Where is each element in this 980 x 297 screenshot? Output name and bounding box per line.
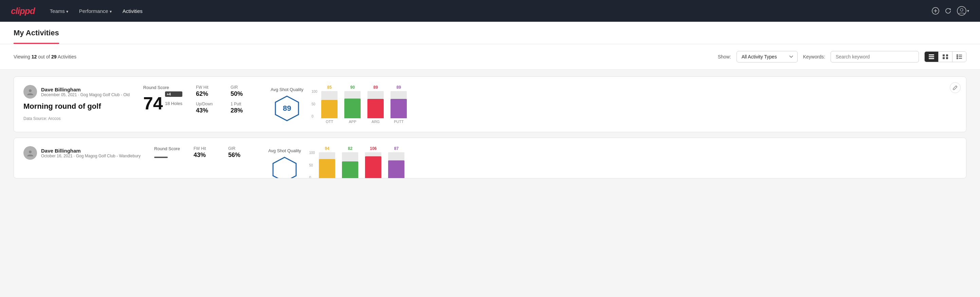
bar-bg-ott	[321, 91, 337, 118]
bar-bg-arg	[368, 91, 384, 118]
refresh-button[interactable]	[945, 8, 951, 14]
bar-bg-app	[344, 91, 361, 118]
shot-quality-section-2: Avg Shot Quality 100 50 0	[268, 146, 956, 179]
bar-bg-putt	[390, 91, 407, 118]
brand-logo: clippd	[11, 6, 35, 16]
activities-list: Dave Billingham December 05, 2021 · Gog …	[0, 70, 980, 185]
nav-activities[interactable]: Activities	[119, 5, 147, 17]
bar-groups-2: 94 OTT 82 APP	[316, 146, 407, 179]
stat-grid: FW Hit 62% GIR 50% Up/Down 43% 1 Putt 28…	[196, 85, 257, 114]
bars-container: 100 50 0 85 OTT	[312, 85, 410, 124]
activity-title: Morning round of golf	[24, 102, 130, 111]
score-placeholder	[154, 154, 180, 158]
svg-rect-15	[959, 56, 962, 57]
user-row: Dave Billingham December 05, 2021 · Gog …	[24, 85, 130, 99]
bar-chart-2: 100 50 0 94 OTT 82	[309, 146, 407, 179]
bar-group-arg-2: 106 ARG	[362, 146, 384, 179]
filter-bar: Viewing 12 out of 29 Activities Show: Al…	[0, 44, 980, 70]
activity-card: Dave Billingham December 05, 2021 · Gog …	[14, 77, 966, 132]
page-title: My Activities	[14, 29, 59, 37]
bar-group-putt: 89 PUTT	[388, 85, 409, 124]
hexagon: 89	[274, 95, 301, 122]
viewing-count: 12	[32, 54, 37, 59]
shot-quality-label: Avg Shot Quality	[270, 87, 304, 92]
data-source: Data Source: Arccos	[24, 116, 130, 121]
page-header: My Activities	[0, 22, 980, 44]
hexagon-2	[271, 156, 298, 179]
svg-rect-13	[959, 55, 962, 55]
shot-quality-left-2: Avg Shot Quality	[268, 148, 301, 179]
show-label: Show:	[718, 54, 731, 59]
y-axis: 100 50 0	[312, 90, 318, 124]
svg-rect-5	[929, 54, 934, 55]
svg-rect-17	[959, 58, 962, 59]
viewing-text: Viewing 12 out of 29 Activities	[14, 54, 713, 59]
shot-quality-left: Avg Shot Quality 89	[270, 87, 304, 122]
round-score-section: Round Score 74 +4 18 Holes	[143, 85, 182, 112]
hexagon-svg-2	[271, 156, 298, 179]
svg-rect-9	[946, 54, 948, 56]
user-info-2: Dave Billingham October 16, 2021 · Gog M…	[41, 148, 141, 158]
nav-right	[932, 6, 969, 16]
svg-point-4	[960, 8, 963, 11]
bar-group-putt-2: 87 PUTT	[385, 146, 407, 179]
navbar: clippd Teams Performance Activities	[0, 0, 980, 22]
round-score-section-2: Round Score	[154, 146, 180, 158]
stat-gir: GIR 50%	[231, 85, 257, 97]
bar-group-arg: 89 ARG	[365, 85, 387, 124]
activity-type-select[interactable]: All Activity Types	[737, 51, 798, 62]
bars-container-2: 100 50 0 94 OTT 82	[309, 146, 407, 179]
nav-teams[interactable]: Teams	[46, 5, 72, 17]
svg-rect-12	[956, 54, 958, 56]
nav-performance[interactable]: Performance	[75, 5, 116, 17]
user-dropdown-icon	[967, 8, 969, 13]
bar-fill-ott	[321, 100, 337, 118]
svg-point-18	[29, 89, 32, 92]
add-activity-button[interactable]	[932, 7, 939, 14]
round-score-label-2: Round Score	[154, 146, 180, 151]
stat-gir-2: GIR 56%	[228, 146, 255, 159]
svg-rect-11	[946, 57, 948, 59]
bar-groups: 85 OTT 90 APP	[318, 85, 409, 124]
page-title-wrap: My Activities	[14, 22, 59, 44]
edit-button[interactable]	[950, 82, 961, 93]
card-left-2: Dave Billingham October 16, 2021 · Gog M…	[24, 146, 141, 163]
view-toggles	[924, 51, 966, 62]
stat-1putt: 1 Putt 28%	[231, 102, 257, 114]
stat-updown: Up/Down 43%	[196, 102, 223, 114]
bar-fill-putt	[390, 99, 407, 118]
viewing-total: 29	[51, 54, 57, 59]
y-axis-2: 100 50 0	[309, 151, 315, 179]
score-holes: 18 Holes	[165, 101, 182, 106]
keywords-label: Keywords:	[803, 54, 825, 59]
user-name-2: Dave Billingham	[41, 148, 141, 153]
bar-group-ott-2: 94 OTT	[316, 146, 338, 179]
stat-grid-2: FW Hit 43% GIR 56%	[194, 146, 255, 159]
svg-rect-6	[929, 56, 934, 57]
svg-rect-8	[943, 54, 945, 56]
user-meta: December 05, 2021 · Gog Magog Golf Club …	[41, 93, 130, 97]
avatar	[24, 85, 37, 99]
bar-chart: 100 50 0 85 OTT	[312, 85, 410, 124]
view-toggle-list-compact[interactable]	[925, 52, 939, 62]
view-toggle-grid[interactable]	[939, 52, 953, 62]
teams-dropdown-icon	[66, 8, 68, 14]
user-name: Dave Billingham	[41, 87, 130, 93]
user-info: Dave Billingham December 05, 2021 · Gog …	[41, 87, 130, 97]
hexagon-number: 89	[283, 104, 291, 113]
view-toggle-list-detail[interactable]	[953, 52, 966, 62]
shot-quality-section: Avg Shot Quality 89 100 50	[270, 85, 956, 124]
svg-point-20	[29, 150, 32, 153]
score-dash	[154, 156, 168, 158]
activity-card-2: Dave Billingham October 16, 2021 · Gog M…	[14, 137, 966, 179]
score-number: 74	[143, 94, 163, 112]
bar-fill-arg	[368, 99, 384, 118]
avatar-2	[24, 146, 37, 160]
search-input[interactable]	[830, 51, 919, 62]
hexagon-wrap-2	[268, 156, 301, 179]
svg-rect-14	[956, 56, 958, 57]
bar-group-ott: 85 OTT	[318, 85, 340, 124]
round-score-label: Round Score	[143, 85, 182, 90]
user-meta-2: October 16, 2021 · Gog Magog Golf Club -…	[41, 153, 141, 158]
user-menu-button[interactable]	[957, 6, 969, 16]
